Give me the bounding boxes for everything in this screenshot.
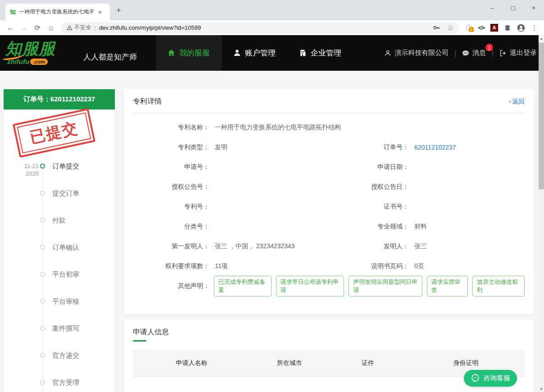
profile-avatar-icon[interactable] (517, 24, 525, 32)
back-button[interactable]: ← (5, 24, 16, 32)
field-value: 发明 (209, 143, 227, 151)
menu-item-label: 账户管理 (245, 48, 276, 58)
timeline-step: 平台审核 (4, 293, 115, 320)
timeline-step-label: 案件撰写 (52, 324, 79, 333)
field-label: 专利类型： (133, 143, 209, 151)
password-key-icon[interactable] (433, 24, 440, 32)
url-text[interactable]: dev.zhifufu.com/myip/pt/view?id=10599 (99, 24, 201, 31)
extensions-puzzle-icon[interactable] (504, 24, 511, 32)
field-label: 专利名称： (133, 123, 209, 132)
loading-ring-extension-icon[interactable]: 1 (466, 24, 472, 31)
timeline-step: 平台初审 (4, 266, 115, 293)
menu-item-account[interactable]: 账户管理 (222, 35, 287, 71)
order-number-link[interactable]: 620112102237 (409, 144, 456, 151)
scroll-down-arrow[interactable]: ▼ (539, 386, 544, 392)
form-row-declarations: 其他声明： 已完成专利费减备案 请求早日公布该专利申请 声明发明实用新型同日申请… (133, 276, 525, 296)
field-label: 专业领域： (329, 223, 409, 231)
page-content: 订单号：620112102237 已提交 11-212020 订单提交 提交订单… (0, 71, 544, 392)
timeline-step-label: 付款 (52, 216, 66, 225)
declaration-tag: 已完成专利费减备案 (214, 276, 272, 296)
timeline-step: 官方受理 (4, 374, 115, 392)
patent-form: 专利名称：一种用于电力变换系统的七电平电路拓扑结构 专利类型：发明 订单号：62… (133, 113, 525, 296)
site-tagline: 人人都是知产师 (83, 52, 137, 62)
field-value: 张三 (409, 242, 427, 251)
timeline-step-label: 平台审核 (52, 297, 79, 306)
timeline-step-label: 官方递交 (52, 351, 79, 360)
user-outline-icon (384, 50, 391, 57)
site-logo[interactable]: 知服服 zhifufu .com (0, 41, 79, 65)
timeline-dot (40, 272, 45, 277)
timeline-dot (40, 326, 45, 331)
form-row: 分类号： 专业领域：材料 (133, 217, 525, 237)
site-navbar: 知服服 zhifufu .com 人人都是知产师 我的服服 账户管理 (0, 35, 544, 71)
forward-button[interactable]: → (18, 24, 30, 32)
browser-tab[interactable]: 知 一种用于电力变换系统的七电平电 × (5, 4, 110, 20)
window-close-button[interactable]: × (523, 0, 544, 15)
not-secure-warning[interactable]: 不安全 (67, 24, 91, 32)
home-icon (168, 49, 175, 57)
timeline-step: 官方递交 (4, 347, 115, 374)
logout-icon (499, 50, 507, 57)
declaration-tag: 放弃主动修改权利 (472, 276, 525, 296)
field-label: 申请日期： (329, 163, 409, 171)
timeline-step: 订单确认 (4, 239, 115, 266)
field-label: 分类号： (133, 223, 209, 231)
field-label: 授权公告日： (329, 183, 409, 191)
extension-badge: 1 (469, 27, 474, 32)
page-scrollbar[interactable]: ▲ ▼ (539, 35, 544, 392)
messages-button[interactable]: 消息 1 (462, 49, 486, 57)
timeline-step: 11-212020 订单提交 (4, 158, 115, 185)
title-underline (133, 340, 146, 342)
tab-title: 一种用于电力变换系统的七电平电 (19, 8, 94, 16)
main-menu: 我的服服 账户管理 企业管理 (156, 35, 353, 71)
timeline-dot (40, 353, 45, 358)
site-favicon-icon: 知 (10, 8, 16, 16)
browser-toolbar: ← → ⟳ ⌂ 不安全 | dev.zhifufu.com/myip/pt/vi… (0, 20, 544, 35)
nav-divider: | (454, 49, 456, 57)
order-timeline: 11-212020 订单提交 提交订单 付款 订单确认 平台初审 平台审核 案件… (4, 158, 115, 392)
menu-item-my-services[interactable]: 我的服服 (156, 35, 222, 71)
field-label: 第一发明人： (133, 242, 209, 251)
messages-badge: 1 (485, 44, 493, 51)
form-row: 专利名称：一种用于电力变换系统的七电平电路拓扑结构 (133, 118, 525, 137)
form-row: 授权公告号： 授权公告日： (133, 177, 525, 197)
timeline-dot (40, 299, 45, 304)
customer-service-button[interactable]: 咨询客服 (464, 370, 517, 387)
window-controls: – □ × (482, 0, 544, 15)
field-label: 权利要求项数： (133, 262, 209, 270)
warning-triangle-icon (67, 25, 73, 31)
timeline-date: 11-212020 (13, 162, 39, 178)
address-divider: | (95, 24, 96, 31)
extension-icons: 1 </> A ⋮ (464, 24, 539, 32)
logout-button[interactable]: 退出登录 (499, 49, 537, 57)
timeline-dot (40, 191, 45, 196)
submitted-stamp: 已提交 (13, 108, 95, 158)
browser-home-button[interactable]: ⌂ (45, 24, 57, 32)
back-link[interactable]: ‹返回 (508, 98, 525, 106)
reload-button[interactable]: ⟳ (32, 23, 43, 32)
timeline-step-label: 平台初审 (52, 270, 79, 279)
menu-item-label: 我的服服 (179, 48, 210, 58)
scrollbar-thumb[interactable] (539, 43, 544, 189)
scroll-up-arrow[interactable]: ▲ (539, 35, 544, 41)
security-label: 不安全 (74, 24, 91, 32)
company-name: 演示科技有限公司 (394, 49, 449, 57)
company-account[interactable]: 演示科技有限公司 (384, 49, 449, 57)
menu-item-enterprise[interactable]: 企业管理 (287, 35, 353, 71)
window-minimize-button[interactable]: – (482, 0, 503, 15)
form-row: 第一发明人：张三 ，中国， 23234232343 发明人：张三 (133, 237, 525, 256)
tab-close-icon[interactable]: × (97, 9, 103, 16)
column-header: 申请人名称 (133, 359, 250, 367)
window-maximize-button[interactable]: □ (503, 0, 523, 15)
nav-divider: | (492, 49, 494, 57)
bookmark-star-icon[interactable]: ☆ (447, 23, 453, 32)
column-header: 身份证明 (407, 359, 525, 367)
field-value: 0页 (409, 262, 424, 270)
browser-menu-icon[interactable]: ⋮ (531, 24, 538, 32)
timeline-step: 提交订单 (4, 185, 115, 212)
address-bar[interactable]: 不安全 | dev.zhifufu.com/myip/pt/view?id=10… (61, 22, 459, 34)
new-tab-button[interactable]: + (116, 5, 121, 15)
field-label: 专利号： (133, 203, 209, 211)
devtools-code-icon[interactable]: </> (478, 25, 485, 31)
pdf-extension-icon[interactable]: A (490, 24, 498, 32)
